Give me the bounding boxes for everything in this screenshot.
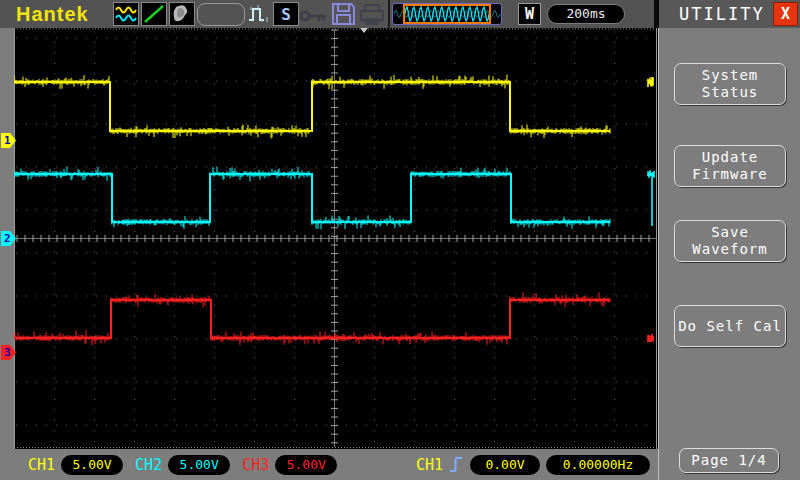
status-bar: CH1 5.00V CH2 5.00V CH3 5.00V CH1 0.00V … (0, 449, 658, 480)
close-icon[interactable]: X (773, 2, 798, 26)
update-firmware-button[interactable]: Update Firmware (674, 145, 786, 187)
window-mode-icon[interactable]: W (518, 3, 541, 25)
top-toolbar: Hantek S (0, 0, 800, 28)
ch3-marker-num: 3 (4, 345, 11, 360)
save-disk-icon[interactable] (331, 2, 356, 30)
save-waveform-button[interactable]: Save Waveform (674, 220, 786, 262)
trigger-level-readout[interactable]: 0.00V (470, 455, 540, 475)
pulse-trigger-icon[interactable] (247, 3, 271, 25)
rising-edge-icon (449, 455, 464, 474)
ch3-label: CH3 (242, 456, 269, 474)
waveform-window-preview[interactable] (392, 3, 502, 25)
empty-slot (197, 3, 245, 26)
key-lock-icon[interactable] (300, 8, 327, 27)
menu-header: UTILITY X (659, 0, 800, 28)
measure-line-icon[interactable] (141, 2, 167, 26)
single-seq-icon[interactable]: S (273, 2, 299, 26)
page-button[interactable]: Page 1/4 (679, 448, 779, 473)
system-status-button[interactable]: System Status (674, 63, 786, 105)
ch2-label: CH2 (135, 456, 162, 474)
ch1-marker-num: 1 (4, 133, 11, 148)
ch3-scale-readout[interactable]: 5.00V (275, 455, 337, 475)
do-self-cal-button[interactable]: Do Self Cal (674, 305, 786, 347)
ch2-marker-num: 2 (4, 231, 11, 246)
trigger-source-label: CH1 (416, 456, 443, 474)
ch1-label: CH1 (28, 456, 55, 474)
toolbar-separator (388, 0, 390, 28)
print-icon[interactable] (359, 4, 385, 30)
utility-menu: System Status Update Firmware Save Wavef… (658, 28, 800, 480)
trigger-status: CH1 0.00V 0.00000Hz (416, 455, 650, 475)
oscilloscope-screen: Hantek S (0, 0, 800, 480)
ch2-scale-readout[interactable]: 5.00V (168, 455, 230, 475)
channel-waves-icon[interactable] (113, 2, 139, 26)
scope-display (14, 28, 657, 449)
hantek-logo: Hantek (16, 3, 89, 26)
ch1-scale-readout[interactable]: 5.00V (61, 455, 123, 475)
hand-probe-icon[interactable] (169, 2, 195, 26)
menu-title: UTILITY (679, 4, 765, 24)
single-seq-glyph: S (281, 5, 291, 24)
timebase-readout[interactable]: 200ms (547, 4, 625, 24)
trigger-frequency-readout[interactable]: 0.00000Hz (546, 455, 650, 475)
